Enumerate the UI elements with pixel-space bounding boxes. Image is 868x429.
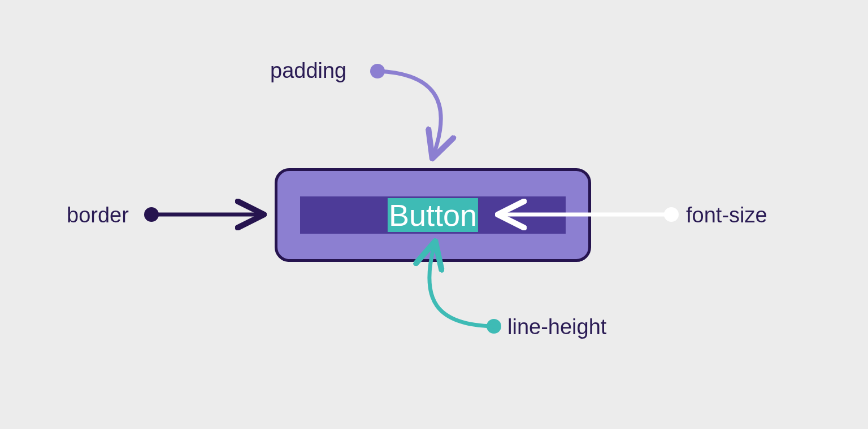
- diagram-canvas: Button Button padding border font-size l…: [0, 0, 868, 429]
- svg-point-1: [144, 207, 159, 222]
- annotation-lineheight-label: line-height: [507, 315, 606, 339]
- svg-point-0: [370, 64, 385, 78]
- annotation-padding-label: padding: [270, 59, 346, 83]
- button-padding-area: Button Button: [275, 168, 591, 262]
- annotation-border-arrow: [144, 207, 259, 222]
- annotation-padding-arrow: [370, 64, 441, 154]
- svg-point-5: [487, 319, 501, 334]
- svg-point-3: [664, 207, 679, 222]
- annotation-border-label: border: [67, 203, 129, 227]
- annotation-fontsize-label: font-size: [686, 203, 767, 227]
- button-label: Button: [389, 200, 477, 230]
